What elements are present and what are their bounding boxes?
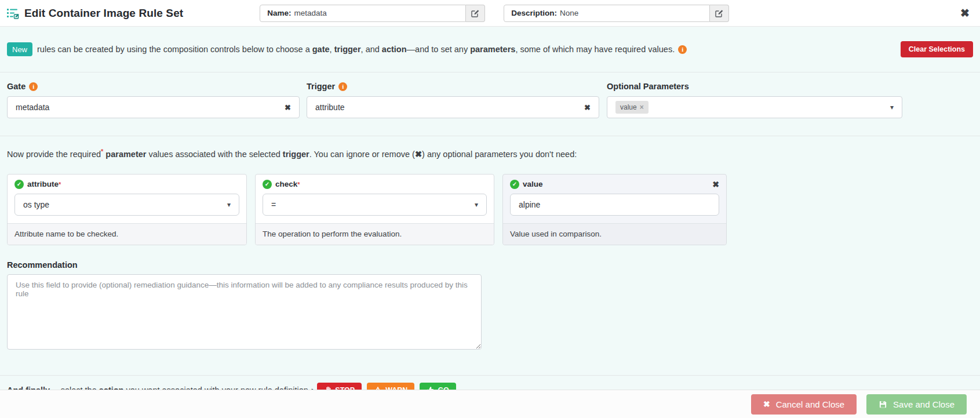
close-icon[interactable]: ✖ bbox=[960, 8, 970, 19]
name-edit-button[interactable] bbox=[466, 5, 485, 22]
parameter-card-value: ✓ value ✖ alpine Value used in compariso… bbox=[502, 174, 727, 245]
name-field-group: Name: metadata bbox=[260, 5, 485, 22]
go-action-button[interactable]: GO bbox=[420, 383, 456, 390]
warn-action-button[interactable]: WARN bbox=[367, 383, 414, 390]
save-button-label: Save and Close bbox=[893, 399, 955, 409]
trigger-column: Trigger i attribute ✖ bbox=[307, 77, 599, 118]
new-badge: New bbox=[7, 42, 32, 56]
parameter-name: attribute bbox=[27, 180, 59, 188]
intro-banner: New rules can be created by using the co… bbox=[0, 27, 980, 72]
clear-selections-button[interactable]: Clear Selections bbox=[901, 41, 973, 57]
chevron-down-icon: ▾ bbox=[227, 201, 231, 208]
description-field-label: Description: bbox=[511, 9, 557, 17]
trigger-label: Trigger i bbox=[307, 77, 599, 96]
action-instructions: And finally… select the action you want … bbox=[7, 386, 308, 390]
trigger-value: attribute bbox=[315, 103, 345, 112]
recommendation-textarea[interactable] bbox=[7, 274, 482, 350]
description-edit-button[interactable] bbox=[710, 5, 729, 22]
tag-label: value bbox=[620, 103, 637, 111]
card-header: ✓ value ✖ bbox=[503, 175, 726, 193]
optional-parameters-multiselect[interactable]: value × ▾ bbox=[607, 96, 902, 118]
card-header: ✓ check * bbox=[256, 175, 494, 193]
trigger-clear-icon[interactable]: ✖ bbox=[584, 104, 591, 111]
info-icon[interactable]: i bbox=[338, 82, 347, 91]
chevron-down-icon: ▾ bbox=[475, 201, 478, 208]
check-circle-icon: ✓ bbox=[510, 180, 519, 189]
gate-clear-icon[interactable]: ✖ bbox=[285, 104, 291, 111]
composition-controls: Gate i metadata ✖ Trigger i attribute ✖ … bbox=[0, 72, 980, 136]
description-field[interactable]: Description: None bbox=[504, 5, 710, 22]
tag-remove-icon[interactable]: × bbox=[640, 103, 644, 111]
card-header: ✓ attribute * bbox=[8, 175, 246, 193]
optional-parameters-column: Optional Parameters value × ▾ bbox=[607, 77, 902, 118]
info-icon[interactable]: i bbox=[678, 45, 687, 54]
check-value: = bbox=[271, 200, 276, 209]
action-row: And finally… select the action you want … bbox=[0, 376, 980, 390]
optional-parameters-label: Optional Parameters bbox=[607, 77, 902, 96]
pencil-square-icon bbox=[715, 9, 723, 17]
gate-label: Gate i bbox=[7, 77, 300, 96]
modal-header: Edit Container Image Rule Set Name: meta… bbox=[0, 0, 980, 27]
cancel-button-label: Cancel and Close bbox=[776, 399, 844, 409]
check-circle-icon: ✓ bbox=[14, 180, 24, 189]
floppy-disk-icon bbox=[879, 400, 887, 409]
required-asterisk: * bbox=[59, 181, 61, 188]
value-input[interactable]: alpine bbox=[510, 194, 719, 216]
optional-parameter-tag: value × bbox=[615, 101, 649, 114]
parameter-description: Value used in comparison. bbox=[503, 223, 726, 245]
attribute-value: os type bbox=[23, 200, 49, 209]
parameter-description: The operation to perform the evaluation. bbox=[256, 223, 494, 245]
stop-action-button[interactable]: STOP bbox=[317, 383, 362, 390]
name-field-value: metadata bbox=[294, 9, 327, 17]
parameter-cards: ✓ attribute * os type ▾ Attribute name t… bbox=[0, 162, 980, 245]
save-and-close-button[interactable]: Save and Close bbox=[866, 394, 967, 415]
name-field[interactable]: Name: metadata bbox=[260, 5, 466, 22]
parameter-description: Attribute name to be checked. bbox=[8, 223, 246, 245]
banner-text: rules can be created by using the compos… bbox=[37, 45, 675, 54]
x-icon: ✖ bbox=[763, 399, 770, 409]
pencil-square-icon bbox=[471, 9, 479, 17]
parameter-card-check: ✓ check * = ▾ The operation to perform t… bbox=[255, 174, 494, 245]
cancel-and-close-button[interactable]: ✖ Cancel and Close bbox=[751, 394, 857, 415]
modal-footer: ✖ Cancel and Close Save and Close bbox=[0, 390, 980, 418]
card-close-icon[interactable]: ✖ bbox=[712, 180, 719, 188]
trigger-select[interactable]: attribute ✖ bbox=[307, 96, 599, 118]
gate-column: Gate i metadata ✖ bbox=[7, 77, 300, 118]
page-title: Edit Container Image Rule Set bbox=[24, 7, 183, 20]
name-field-label: Name: bbox=[267, 9, 291, 17]
check-select[interactable]: = ▾ bbox=[263, 194, 487, 216]
parameter-instructions: Now provide the required* parameter valu… bbox=[0, 136, 980, 162]
chevron-down-icon: ▾ bbox=[890, 104, 894, 111]
info-icon[interactable]: i bbox=[29, 82, 38, 91]
parameter-card-attribute: ✓ attribute * os type ▾ Attribute name t… bbox=[7, 174, 247, 245]
required-asterisk: * bbox=[297, 181, 300, 188]
gate-select[interactable]: metadata ✖ bbox=[7, 96, 300, 118]
gate-value: metadata bbox=[16, 103, 49, 112]
parameter-name: check bbox=[275, 180, 297, 188]
remove-x-glyph: ✖ bbox=[415, 150, 422, 159]
parameter-name: value bbox=[523, 180, 543, 188]
description-field-group: Description: None bbox=[504, 5, 729, 22]
modal-body: New rules can be created by using the co… bbox=[0, 27, 980, 390]
required-asterisk: * bbox=[101, 148, 103, 155]
attribute-select[interactable]: os type ▾ bbox=[14, 194, 239, 216]
check-circle-icon: ✓ bbox=[263, 180, 272, 189]
recommendation-label: Recommendation bbox=[0, 245, 980, 274]
rule-set-list-edit-icon bbox=[7, 8, 19, 19]
description-field-value: None bbox=[560, 9, 578, 17]
value-input-value: alpine bbox=[519, 200, 540, 209]
